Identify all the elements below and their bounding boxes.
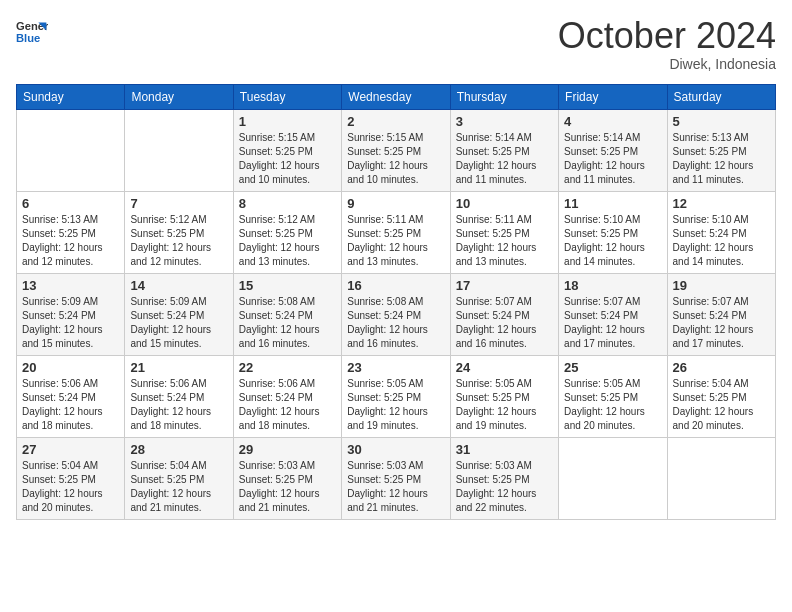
calendar-header: SundayMondayTuesdayWednesdayThursdayFrid…	[17, 84, 776, 109]
calendar-cell: 1Sunrise: 5:15 AM Sunset: 5:25 PM Daylig…	[233, 109, 341, 191]
day-number: 12	[673, 196, 770, 211]
day-number: 8	[239, 196, 336, 211]
day-info: Sunrise: 5:13 AM Sunset: 5:25 PM Dayligh…	[673, 131, 770, 187]
location-subtitle: Diwek, Indonesia	[558, 56, 776, 72]
day-info: Sunrise: 5:07 AM Sunset: 5:24 PM Dayligh…	[564, 295, 661, 351]
day-number: 18	[564, 278, 661, 293]
svg-text:Blue: Blue	[16, 32, 40, 44]
calendar-cell	[667, 437, 775, 519]
day-number: 1	[239, 114, 336, 129]
calendar-week-1: 1Sunrise: 5:15 AM Sunset: 5:25 PM Daylig…	[17, 109, 776, 191]
day-info: Sunrise: 5:10 AM Sunset: 5:25 PM Dayligh…	[564, 213, 661, 269]
day-number: 13	[22, 278, 119, 293]
day-number: 22	[239, 360, 336, 375]
day-number: 9	[347, 196, 444, 211]
day-number: 27	[22, 442, 119, 457]
day-number: 30	[347, 442, 444, 457]
day-info: Sunrise: 5:03 AM Sunset: 5:25 PM Dayligh…	[456, 459, 553, 515]
calendar-cell: 22Sunrise: 5:06 AM Sunset: 5:24 PM Dayli…	[233, 355, 341, 437]
day-number: 14	[130, 278, 227, 293]
calendar-cell: 24Sunrise: 5:05 AM Sunset: 5:25 PM Dayli…	[450, 355, 558, 437]
logo-icon: General Blue	[16, 16, 48, 48]
day-info: Sunrise: 5:06 AM Sunset: 5:24 PM Dayligh…	[22, 377, 119, 433]
header-row: SundayMondayTuesdayWednesdayThursdayFrid…	[17, 84, 776, 109]
header-cell-wednesday: Wednesday	[342, 84, 450, 109]
day-info: Sunrise: 5:06 AM Sunset: 5:24 PM Dayligh…	[239, 377, 336, 433]
calendar-cell: 14Sunrise: 5:09 AM Sunset: 5:24 PM Dayli…	[125, 273, 233, 355]
day-number: 28	[130, 442, 227, 457]
calendar-cell: 29Sunrise: 5:03 AM Sunset: 5:25 PM Dayli…	[233, 437, 341, 519]
day-number: 29	[239, 442, 336, 457]
day-number: 24	[456, 360, 553, 375]
day-info: Sunrise: 5:15 AM Sunset: 5:25 PM Dayligh…	[347, 131, 444, 187]
header-cell-tuesday: Tuesday	[233, 84, 341, 109]
calendar-cell	[17, 109, 125, 191]
day-number: 11	[564, 196, 661, 211]
calendar-cell: 30Sunrise: 5:03 AM Sunset: 5:25 PM Dayli…	[342, 437, 450, 519]
day-info: Sunrise: 5:04 AM Sunset: 5:25 PM Dayligh…	[673, 377, 770, 433]
calendar-cell: 31Sunrise: 5:03 AM Sunset: 5:25 PM Dayli…	[450, 437, 558, 519]
calendar-cell: 18Sunrise: 5:07 AM Sunset: 5:24 PM Dayli…	[559, 273, 667, 355]
day-number: 21	[130, 360, 227, 375]
day-info: Sunrise: 5:04 AM Sunset: 5:25 PM Dayligh…	[130, 459, 227, 515]
calendar-cell: 27Sunrise: 5:04 AM Sunset: 5:25 PM Dayli…	[17, 437, 125, 519]
day-info: Sunrise: 5:11 AM Sunset: 5:25 PM Dayligh…	[456, 213, 553, 269]
calendar-cell: 16Sunrise: 5:08 AM Sunset: 5:24 PM Dayli…	[342, 273, 450, 355]
day-info: Sunrise: 5:03 AM Sunset: 5:25 PM Dayligh…	[347, 459, 444, 515]
day-info: Sunrise: 5:11 AM Sunset: 5:25 PM Dayligh…	[347, 213, 444, 269]
day-info: Sunrise: 5:08 AM Sunset: 5:24 PM Dayligh…	[347, 295, 444, 351]
calendar-cell: 11Sunrise: 5:10 AM Sunset: 5:25 PM Dayli…	[559, 191, 667, 273]
day-info: Sunrise: 5:07 AM Sunset: 5:24 PM Dayligh…	[673, 295, 770, 351]
header-cell-monday: Monday	[125, 84, 233, 109]
calendar-week-3: 13Sunrise: 5:09 AM Sunset: 5:24 PM Dayli…	[17, 273, 776, 355]
day-info: Sunrise: 5:12 AM Sunset: 5:25 PM Dayligh…	[239, 213, 336, 269]
calendar-cell: 28Sunrise: 5:04 AM Sunset: 5:25 PM Dayli…	[125, 437, 233, 519]
day-info: Sunrise: 5:05 AM Sunset: 5:25 PM Dayligh…	[347, 377, 444, 433]
header-cell-saturday: Saturday	[667, 84, 775, 109]
calendar-cell: 10Sunrise: 5:11 AM Sunset: 5:25 PM Dayli…	[450, 191, 558, 273]
header-cell-sunday: Sunday	[17, 84, 125, 109]
calendar-cell	[559, 437, 667, 519]
day-info: Sunrise: 5:09 AM Sunset: 5:24 PM Dayligh…	[22, 295, 119, 351]
day-number: 10	[456, 196, 553, 211]
day-number: 20	[22, 360, 119, 375]
calendar-week-4: 20Sunrise: 5:06 AM Sunset: 5:24 PM Dayli…	[17, 355, 776, 437]
calendar-cell: 17Sunrise: 5:07 AM Sunset: 5:24 PM Dayli…	[450, 273, 558, 355]
day-info: Sunrise: 5:09 AM Sunset: 5:24 PM Dayligh…	[130, 295, 227, 351]
calendar-cell: 19Sunrise: 5:07 AM Sunset: 5:24 PM Dayli…	[667, 273, 775, 355]
day-info: Sunrise: 5:12 AM Sunset: 5:25 PM Dayligh…	[130, 213, 227, 269]
calendar-week-5: 27Sunrise: 5:04 AM Sunset: 5:25 PM Dayli…	[17, 437, 776, 519]
day-info: Sunrise: 5:15 AM Sunset: 5:25 PM Dayligh…	[239, 131, 336, 187]
day-number: 26	[673, 360, 770, 375]
calendar-cell: 5Sunrise: 5:13 AM Sunset: 5:25 PM Daylig…	[667, 109, 775, 191]
day-info: Sunrise: 5:07 AM Sunset: 5:24 PM Dayligh…	[456, 295, 553, 351]
day-number: 19	[673, 278, 770, 293]
calendar-cell: 4Sunrise: 5:14 AM Sunset: 5:25 PM Daylig…	[559, 109, 667, 191]
day-number: 6	[22, 196, 119, 211]
day-info: Sunrise: 5:05 AM Sunset: 5:25 PM Dayligh…	[456, 377, 553, 433]
day-info: Sunrise: 5:08 AM Sunset: 5:24 PM Dayligh…	[239, 295, 336, 351]
calendar-cell: 25Sunrise: 5:05 AM Sunset: 5:25 PM Dayli…	[559, 355, 667, 437]
month-title: October 2024	[558, 16, 776, 56]
day-info: Sunrise: 5:04 AM Sunset: 5:25 PM Dayligh…	[22, 459, 119, 515]
day-number: 16	[347, 278, 444, 293]
day-info: Sunrise: 5:14 AM Sunset: 5:25 PM Dayligh…	[564, 131, 661, 187]
day-info: Sunrise: 5:06 AM Sunset: 5:24 PM Dayligh…	[130, 377, 227, 433]
header-cell-friday: Friday	[559, 84, 667, 109]
calendar-week-2: 6Sunrise: 5:13 AM Sunset: 5:25 PM Daylig…	[17, 191, 776, 273]
day-number: 3	[456, 114, 553, 129]
logo: General Blue	[16, 16, 48, 48]
day-number: 5	[673, 114, 770, 129]
day-info: Sunrise: 5:03 AM Sunset: 5:25 PM Dayligh…	[239, 459, 336, 515]
calendar-cell: 7Sunrise: 5:12 AM Sunset: 5:25 PM Daylig…	[125, 191, 233, 273]
calendar-cell: 13Sunrise: 5:09 AM Sunset: 5:24 PM Dayli…	[17, 273, 125, 355]
day-number: 23	[347, 360, 444, 375]
calendar-cell: 15Sunrise: 5:08 AM Sunset: 5:24 PM Dayli…	[233, 273, 341, 355]
day-number: 4	[564, 114, 661, 129]
calendar-cell: 6Sunrise: 5:13 AM Sunset: 5:25 PM Daylig…	[17, 191, 125, 273]
day-number: 15	[239, 278, 336, 293]
day-number: 7	[130, 196, 227, 211]
day-info: Sunrise: 5:10 AM Sunset: 5:24 PM Dayligh…	[673, 213, 770, 269]
calendar-cell: 9Sunrise: 5:11 AM Sunset: 5:25 PM Daylig…	[342, 191, 450, 273]
calendar-cell: 8Sunrise: 5:12 AM Sunset: 5:25 PM Daylig…	[233, 191, 341, 273]
